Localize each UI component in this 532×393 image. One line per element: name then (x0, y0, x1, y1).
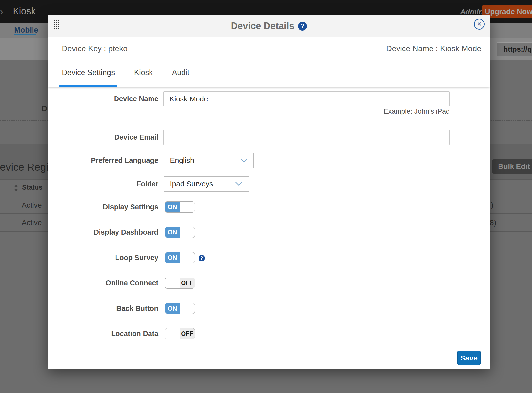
url-field[interactable]: https://qa.c (497, 42, 532, 56)
device-name-helper: Example: John's iPad (384, 107, 450, 115)
location-data-label: Location Data (48, 328, 158, 339)
folder-label: Folder (48, 176, 158, 192)
online-connect-toggle[interactable]: OFF (165, 278, 195, 289)
back-button-toggle[interactable]: ON (165, 303, 195, 314)
toggle-state: ON (165, 202, 180, 212)
background-label-fragment: D (41, 104, 47, 113)
breadcrumb-chevron-icon: › (0, 6, 3, 17)
tab-mobile[interactable]: Mobile (14, 26, 38, 34)
device-email-field[interactable] (163, 130, 450, 145)
divider (52, 348, 484, 348)
help-icon[interactable]: ? (199, 255, 205, 261)
device-details-modal: Device Details ? ✕ Device Key : pteko De… (48, 15, 490, 369)
device-name-label: Device Name (48, 91, 158, 106)
close-icon[interactable]: ✕ (474, 19, 485, 30)
toggle-state: ON (165, 252, 180, 263)
bulk-edit-devices-button[interactable]: Bulk Edit Dev (492, 159, 532, 174)
sort-icon[interactable] (14, 185, 18, 191)
table-row-status: Active (22, 218, 42, 227)
folder-value: Ipad Surveys (170, 180, 213, 188)
device-email-label: Device Email (48, 130, 158, 145)
preferred-language-value: English (170, 156, 194, 164)
location-data-toggle[interactable]: OFF (165, 328, 195, 339)
tab-kiosk[interactable]: Kiosk (132, 60, 155, 87)
tab-audit[interactable]: Audit (169, 60, 192, 87)
chevron-down-icon (240, 158, 248, 163)
tab-device-settings[interactable]: Device Settings (59, 60, 117, 87)
display-dashboard-toggle[interactable]: ON (165, 227, 195, 238)
status-column-header[interactable]: Status (22, 184, 43, 191)
modal-header: Device Details ? (48, 15, 490, 37)
tab-mobile-underline (14, 34, 36, 35)
loop-survey-label: Loop Survey (48, 252, 158, 263)
table-row-status: Active (22, 201, 42, 209)
toggle-state: OFF (180, 328, 195, 339)
preferred-language-label: Preferred Language (48, 153, 158, 168)
back-button-label: Back Button (48, 303, 158, 314)
preferred-language-select[interactable]: English (164, 153, 254, 168)
save-button[interactable]: Save (457, 351, 481, 365)
device-key-text: Device Key : pteko (62, 44, 128, 53)
device-name-text: Device Name : Kiosk Mode (386, 44, 481, 53)
toggle-state: OFF (180, 278, 195, 288)
display-settings-label: Display Settings (48, 201, 158, 213)
modal-title: Device Details (231, 21, 294, 31)
modal-subheader: Device Key : pteko Device Name : Kiosk M… (48, 37, 490, 60)
device-name-field[interactable] (163, 91, 450, 106)
display-dashboard-label: Display Dashboard (48, 227, 158, 238)
toggle-state: ON (165, 303, 180, 314)
table-row-fragment: ) (491, 201, 493, 209)
toggle-state: ON (165, 227, 180, 238)
folder-select[interactable]: Ipad Surveys (164, 176, 249, 192)
display-settings-toggle[interactable]: ON (165, 201, 195, 213)
loop-survey-toggle[interactable]: ON (165, 252, 195, 263)
page-title: Kiosk (13, 6, 36, 16)
table-row-fragment: 8) (490, 218, 496, 227)
chevron-down-icon (235, 182, 243, 186)
drag-handle-icon[interactable] (54, 19, 59, 29)
online-connect-label: Online Connect (48, 278, 158, 289)
modal-tab-bar: Device Settings Kiosk Audit (48, 60, 490, 87)
help-icon[interactable]: ? (298, 22, 307, 31)
